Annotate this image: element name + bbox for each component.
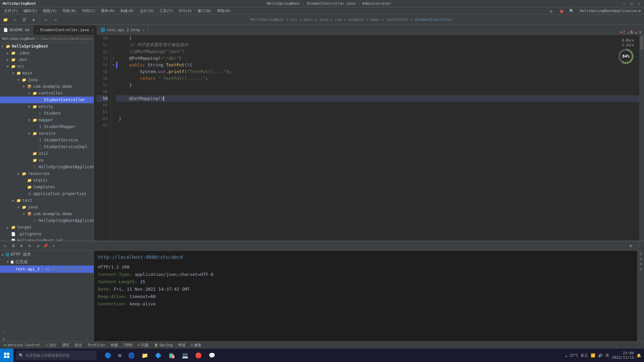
tab-rest-close-icon[interactable]: ✕ (143, 28, 145, 32)
close-button[interactable]: ✕ (637, 1, 641, 6)
commit-button[interactable]: ✓ (11, 16, 19, 24)
task-intellij[interactable]: 💻 (179, 349, 191, 361)
tree-test-java[interactable]: ▼ 📁 java (0, 204, 94, 210)
run-config[interactable]: HelloSpringBootApplication ▼ (578, 9, 643, 13)
fold-59[interactable] (111, 95, 116, 102)
tab-coverage[interactable]: 依次 (72, 342, 85, 349)
fold-63[interactable] (111, 122, 116, 129)
layout-button[interactable]: ⊡ (26, 243, 33, 249)
tree-mvn[interactable]: ▶ 📁 .mvn (0, 56, 94, 63)
settings-icon[interactable]: ⚙ (1, 336, 7, 341)
tree-gitignore[interactable]: 📄 .gitignore (0, 231, 94, 237)
fold-54[interactable]: ▼ (111, 62, 116, 68)
tree-AppTests[interactable]: C HelloSpringBootApplicationTests (0, 217, 94, 224)
fold-57[interactable] (111, 82, 116, 88)
tab-rest-api[interactable]: 🌐 rest-api_2.http ✕ (97, 25, 148, 35)
task-store[interactable]: 🛍️ (166, 349, 178, 361)
menu-view[interactable]: 视图(V) (40, 7, 60, 15)
more-button[interactable]: ⋮ (635, 243, 642, 249)
forward-button[interactable]: → (51, 16, 59, 24)
start-button[interactable] (0, 349, 13, 362)
run-app-button[interactable]: ▶ (547, 7, 555, 15)
tab-services[interactable]: ● 服务 (188, 342, 204, 349)
editor-content[interactable]: 50 51 52 53 54 55 56 57 58 59 60 61 62 6… (94, 35, 644, 241)
tree-mapper[interactable]: ▼ 📁 mapper (0, 117, 94, 123)
menu-refactor[interactable]: 重构(R) (98, 7, 118, 15)
tree-java[interactable]: ▼ 📁 java (0, 76, 94, 83)
tab-todo[interactable]: TODO (121, 342, 135, 349)
tab-readme[interactable]: 📄 README.md (0, 25, 33, 35)
add-button[interactable]: + (50, 243, 57, 249)
code-editor[interactable]: } // PUT请求通常用于修改操作 //@PutMapping("/put")… (116, 35, 639, 241)
scroll-to-top[interactable]: ▲ (635, 30, 637, 35)
fold-58[interactable] (111, 88, 116, 95)
menu-navigate[interactable]: 导航(N) (60, 7, 79, 15)
menu-edit[interactable]: 编辑(E) (21, 7, 40, 15)
tab-run[interactable]: ▶ 运行 (43, 342, 59, 349)
scrollbar-right[interactable] (639, 35, 644, 241)
tree-HelloSpringBootApp[interactable]: C HelloSpringBootApplication (0, 164, 94, 170)
scroll-to-bottom[interactable]: ▼ (639, 30, 641, 35)
tree-StudentMapper[interactable]: I StudentMapper (0, 123, 94, 130)
tree-vo[interactable]: 📁 vo (0, 157, 94, 164)
tree-templates[interactable]: 📁 templates (0, 184, 94, 190)
task-apps[interactable]: ⊞ (115, 349, 124, 361)
tree-test[interactable]: ▼ 📁 test (0, 197, 94, 204)
tree-test-com[interactable]: ▼ 📦 com.example.demo (0, 210, 94, 217)
menu-vcs[interactable]: VCS(S) (176, 7, 195, 15)
tree-application-properties[interactable]: ⚙ application.properties (0, 190, 94, 197)
right-tool-1[interactable]: ☰ (639, 252, 642, 256)
tree-src[interactable]: ▼ 📁 src (0, 63, 94, 70)
maximize-button[interactable]: □ (629, 1, 634, 6)
tree-idea[interactable]: ▶ 📁 .idea (0, 50, 94, 56)
tree-iml[interactable]: 📄 HelloSpringBoot.iml (0, 237, 94, 241)
fold-51[interactable] (111, 42, 116, 48)
fold-50[interactable] (111, 35, 116, 42)
filter-button[interactable]: ⊿ (34, 243, 41, 249)
add-client-icon[interactable]: + (1, 328, 7, 335)
tab-problems[interactable]: ⊗ 问题 (135, 342, 151, 349)
tab-version-control[interactable]: Version Control (1, 342, 43, 349)
tree-StudentServiceImpl[interactable]: C StudentServiceImpl (0, 143, 94, 150)
tree-resources[interactable]: ▼ 📁 resources (0, 170, 94, 177)
tree-target[interactable]: ▶ 📁 target (0, 224, 94, 231)
fold-61[interactable] (111, 109, 116, 115)
tree-com-example-demo[interactable]: ▼ 📦 com.example.demo (0, 83, 94, 90)
pin-button[interactable]: 📌 (42, 243, 49, 249)
menu-run[interactable]: 运行(U) (137, 7, 157, 15)
settings-bottom-button[interactable]: ⚙ (627, 243, 634, 249)
list-view-button[interactable]: ☰ (10, 243, 17, 249)
task-edge[interactable]: 🌀 (125, 349, 138, 361)
task-explorer[interactable]: 📁 (139, 349, 151, 361)
tree-service[interactable]: ▼ 📁 service (0, 130, 94, 137)
structure-button[interactable]: ☰ (20, 16, 28, 24)
run-service-button[interactable]: ▶ (2, 243, 9, 249)
fold-62[interactable] (111, 115, 116, 122)
tree-entity[interactable]: ▼ 📁 entity (0, 103, 94, 110)
tree-HelloSpringBoot[interactable]: ▼ 📁 HelloSpringBoot (0, 43, 94, 50)
tree-Student[interactable]: C Student (0, 110, 94, 117)
menu-file[interactable]: 文件(F) (1, 7, 21, 15)
tab-student-controller[interactable]: ☕ StudentController.java ✕ (33, 25, 97, 35)
right-tool-4[interactable]: ⊡ (640, 267, 642, 271)
search-everywhere-button[interactable]: 🔍 (568, 7, 576, 15)
fold-56[interactable] (111, 75, 116, 82)
expand-arrow[interactable]: ▶ (2, 253, 4, 256)
taskbar-search[interactable]: 🔍 在这里输入你要搜索的内容 (16, 351, 97, 360)
tree-main[interactable]: ▼ 📁 main (0, 70, 94, 76)
task-chrome[interactable]: 🔴 (193, 349, 205, 361)
minimize-button[interactable]: ─ (622, 1, 627, 6)
project-view-button[interactable]: 📁 (1, 16, 9, 24)
fold-60[interactable] (111, 102, 116, 109)
tree-util[interactable]: 📁 util (0, 150, 94, 157)
task-weixin[interactable]: 💬 (206, 349, 218, 361)
fold-52[interactable] (111, 48, 116, 55)
menu-build[interactable]: 构建(B) (118, 7, 137, 15)
menu-help[interactable]: 帮助(H) (214, 7, 234, 15)
completed-group[interactable]: ▼ 📋 已完成 (0, 258, 94, 265)
bookmark-button[interactable]: ⚙ (30, 16, 38, 24)
task-browser[interactable]: 🔷 (152, 349, 164, 361)
tab-terminal[interactable]: 终端 (175, 342, 188, 349)
tree-controller[interactable]: ▼ 📁 controller (0, 90, 94, 97)
right-tool-2[interactable]: ≡ (640, 257, 642, 261)
